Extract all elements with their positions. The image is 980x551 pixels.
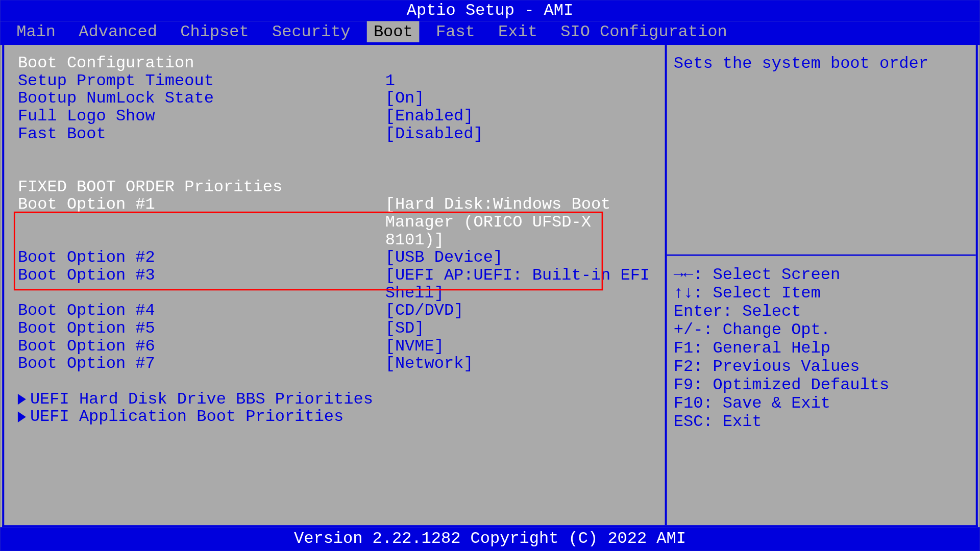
keyhelp-line: ESC: Exit bbox=[674, 412, 969, 431]
section-boot-configuration: Boot Configuration bbox=[18, 55, 651, 72]
boot-option-6[interactable]: Boot Option #6 [NVME] bbox=[18, 337, 651, 355]
boot-option-1[interactable]: Boot Option #1 [Hard Disk:Windows Boot M… bbox=[18, 196, 651, 249]
item-value: [NVME] bbox=[385, 337, 651, 355]
triangle-right-icon bbox=[18, 412, 26, 422]
item-label: Fast Boot bbox=[18, 125, 385, 143]
keyhelp-line: F9: Optimized Defaults bbox=[674, 375, 969, 394]
section-fixed-boot-order: FIXED BOOT ORDER Priorities bbox=[18, 178, 651, 196]
item-value: [Hard Disk:Windows Boot Manager (ORICO U… bbox=[385, 196, 651, 249]
keyhelp-line: F1: General Help bbox=[674, 339, 969, 357]
item-label: Full Logo Show bbox=[18, 108, 385, 126]
submenu-label: UEFI Application Boot Priorities bbox=[30, 408, 344, 426]
keyhelp-line: Enter: Select bbox=[674, 302, 969, 320]
help-description: Sets the system boot order bbox=[667, 45, 975, 256]
item-label: Bootup NumLock State bbox=[18, 90, 385, 108]
boot-option-2[interactable]: Boot Option #2 [USB Device] bbox=[18, 249, 651, 267]
item-full-logo-show[interactable]: Full Logo Show [Enabled] bbox=[18, 108, 651, 126]
bios-screen: Aptio Setup - AMI Main Advanced Chipset … bbox=[0, 0, 980, 551]
key-help: →←: Select Screen ↑↓: Select Item Enter:… bbox=[667, 256, 975, 440]
item-bootup-numlock-state[interactable]: Bootup NumLock State [On] bbox=[18, 90, 651, 108]
tab-fast[interactable]: Fast bbox=[429, 21, 482, 42]
item-label: Boot Option #3 bbox=[18, 267, 385, 302]
tab-chipset[interactable]: Chipset bbox=[174, 21, 256, 42]
boot-option-7[interactable]: Boot Option #7 [Network] bbox=[18, 355, 651, 373]
item-label: Boot Option #6 bbox=[18, 337, 385, 355]
item-value: [SD] bbox=[385, 320, 651, 338]
submenu-uefi-app-boot[interactable]: UEFI Application Boot Priorities bbox=[18, 408, 651, 426]
keyhelp-line: +/-: Change Opt. bbox=[674, 320, 969, 339]
boot-option-3[interactable]: Boot Option #3 [UEFI AP:UEFI: Built-in E… bbox=[18, 267, 651, 302]
settings-pane: Boot Configuration Setup Prompt Timeout … bbox=[4, 45, 667, 525]
spacer bbox=[18, 143, 651, 161]
item-setup-prompt-timeout[interactable]: Setup Prompt Timeout 1 bbox=[18, 72, 651, 90]
tab-security[interactable]: Security bbox=[265, 21, 357, 42]
setup-title: Aptio Setup - AMI bbox=[407, 2, 573, 20]
keyhelp-line: F2: Previous Values bbox=[674, 357, 969, 375]
tab-bar: Main Advanced Chipset Security Boot Fast… bbox=[0, 21, 980, 45]
tab-boot[interactable]: Boot bbox=[367, 21, 420, 42]
triangle-right-icon bbox=[18, 394, 26, 405]
title-bar: Aptio Setup - AMI bbox=[0, 0, 980, 21]
item-label: Boot Option #7 bbox=[18, 355, 385, 373]
item-value: [On] bbox=[385, 90, 651, 108]
item-fast-boot[interactable]: Fast Boot [Disabled] bbox=[18, 125, 651, 143]
item-value: [UEFI AP:UEFI: Built-in EFI Shell] bbox=[385, 267, 651, 302]
keyhelp-line: ↑↓: Select Item bbox=[674, 284, 969, 302]
submenu-uefi-hdd-bbs[interactable]: UEFI Hard Disk Drive BBS Priorities bbox=[18, 390, 651, 408]
tab-exit[interactable]: Exit bbox=[492, 21, 544, 42]
item-value: [CD/DVD] bbox=[385, 302, 651, 320]
item-value: 1 bbox=[385, 72, 651, 90]
footer-bar: Version 2.22.1282 Copyright (C) 2022 AMI bbox=[0, 527, 980, 551]
item-value: [USB Device] bbox=[385, 249, 651, 267]
item-value: [Enabled] bbox=[385, 108, 651, 126]
keyhelp-line: F10: Save & Exit bbox=[674, 394, 969, 412]
tab-advanced[interactable]: Advanced bbox=[72, 21, 164, 42]
keyhelp-line: →←: Select Screen bbox=[674, 265, 969, 284]
item-value: [Network] bbox=[385, 355, 651, 373]
spacer bbox=[18, 161, 651, 179]
help-pane: Sets the system boot order →←: Select Sc… bbox=[667, 45, 975, 525]
item-label: Boot Option #1 bbox=[18, 196, 385, 249]
item-value: [Disabled] bbox=[385, 125, 651, 143]
item-label: Boot Option #2 bbox=[18, 249, 385, 267]
tab-sio-configuration[interactable]: SIO Configuration bbox=[554, 21, 734, 42]
version-text: Version 2.22.1282 Copyright (C) 2022 AMI bbox=[294, 529, 686, 547]
item-label: Boot Option #5 bbox=[18, 320, 385, 338]
item-label: Setup Prompt Timeout bbox=[18, 72, 385, 90]
item-label: Boot Option #4 bbox=[18, 302, 385, 320]
boot-option-5[interactable]: Boot Option #5 [SD] bbox=[18, 320, 651, 338]
submenu-label: UEFI Hard Disk Drive BBS Priorities bbox=[30, 390, 373, 408]
content-area: Boot Configuration Setup Prompt Timeout … bbox=[2, 45, 978, 527]
help-text: Sets the system boot order bbox=[674, 55, 928, 73]
boot-option-4[interactable]: Boot Option #4 [CD/DVD] bbox=[18, 302, 651, 320]
tab-main[interactable]: Main bbox=[10, 21, 62, 42]
spacer bbox=[18, 373, 651, 391]
